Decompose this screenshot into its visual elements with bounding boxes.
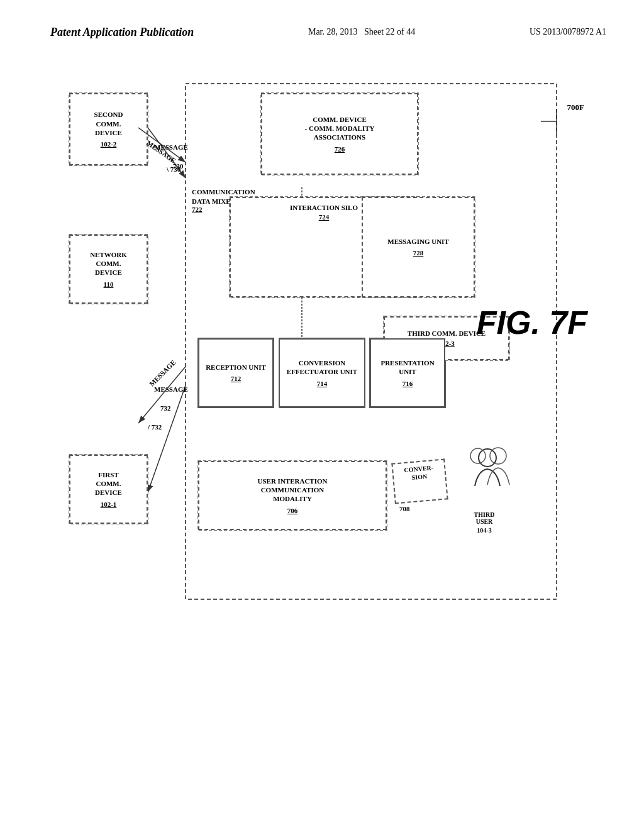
messaging-unit-ref: 728 xyxy=(413,248,424,257)
user-interaction-modality-box: USER INTERACTIONCOMMUNICATIONMODALITY 70… xyxy=(198,461,387,530)
svg-point-20 xyxy=(490,448,506,464)
first-comm-device-label: FIRSTCOMM.DEVICE xyxy=(95,470,122,497)
messaging-unit-box: MESSAGING UNIT 728 xyxy=(362,197,475,297)
presentation-unit-box: PRESENTATIONUNIT 716 xyxy=(370,338,445,407)
conversion-ref-text: 708 xyxy=(399,505,410,512)
ref-732-num: / 732 xyxy=(148,423,162,431)
first-comm-device-ref: 102-1 xyxy=(101,500,117,509)
first-comm-device-box: FIRSTCOMM.DEVICE 102-1 xyxy=(69,455,148,524)
header-right: US 2013/0078972 A1 xyxy=(530,25,606,39)
page: Patent Application Publication Mar. 28, … xyxy=(0,0,644,830)
fig-number-label: 700F xyxy=(567,102,584,113)
user-interaction-modality-ref: 706 xyxy=(287,506,298,515)
reception-unit-label: RECEPTION UNIT xyxy=(206,363,266,372)
network-comm-device-ref: 110 xyxy=(104,280,114,289)
reception-unit-box: RECEPTION UNIT 712 xyxy=(198,338,274,407)
fig-label: FIG. 7F xyxy=(477,304,587,341)
conversion-effectuator-box: CONVERSIONEFFECTUATOR UNIT 714 xyxy=(279,338,365,407)
second-comm-device-label: SECONDCOMM.DEVICE xyxy=(94,110,123,137)
conversion-label: CONVER-SION xyxy=(404,464,433,481)
third-user-ref: 104-3 xyxy=(456,527,513,534)
publication-title: Patent Application Publication xyxy=(50,26,194,38)
user-interaction-modality-label: USER INTERACTIONCOMMUNICATIONMODALITY xyxy=(258,477,328,504)
third-user-icon xyxy=(465,442,516,511)
messaging-unit-label: MESSAGING UNIT xyxy=(387,237,449,246)
comm-device-modality-label: COMM. DEVICE- COMM. MODALITYASSOCIATIONS xyxy=(305,115,375,142)
patent-number: US 2013/0078972 A1 xyxy=(530,27,606,36)
comm-device-modality-ref: 726 xyxy=(335,145,345,153)
network-comm-device-label: NETWORKCOMM.DEVICE xyxy=(90,250,127,277)
svg-point-19 xyxy=(479,449,496,467)
header-left: Patent Application Publication xyxy=(50,25,194,40)
fig-number-text: 700F xyxy=(567,102,584,112)
svg-point-21 xyxy=(470,448,486,463)
presentation-unit-ref: 716 xyxy=(402,379,413,388)
conversion-effectuator-label: CONVERSIONEFFECTUATOR UNIT xyxy=(287,358,357,377)
diagram-area: SECONDCOMM.DEVICE 102-2 MESSAGE 730 NETW… xyxy=(50,52,606,794)
third-comm-device-label: THIRD COMM. DEVICE xyxy=(408,329,486,338)
ref-730-num: \ 730 xyxy=(167,165,180,173)
conversion-ref: 708 xyxy=(399,505,410,512)
reception-unit-ref: 712 xyxy=(231,374,242,383)
third-user-label: THIRDUSER xyxy=(456,511,513,525)
interaction-silo-label: INTERACTION SILO xyxy=(290,203,358,212)
date-sheet: Mar. 28, 2013 Sheet 22 of 44 xyxy=(308,27,415,36)
presentation-unit-label: PRESENTATIONUNIT xyxy=(380,358,434,377)
second-comm-device-box: SECONDCOMM.DEVICE 102-2 xyxy=(69,93,148,165)
interaction-silo-ref: 724 xyxy=(319,213,330,221)
header: Patent Application Publication Mar. 28, … xyxy=(50,25,606,40)
fig-label-text: FIG. 7F xyxy=(477,304,587,341)
conversion-box: CONVER-SION xyxy=(391,459,448,504)
network-comm-device-box: NETWORKCOMM.DEVICE 110 xyxy=(69,235,148,304)
header-center: Mar. 28, 2013 Sheet 22 of 44 xyxy=(308,25,415,39)
conversion-effectuator-ref: 714 xyxy=(317,379,328,388)
comm-device-modality-box: COMM. DEVICE- COMM. MODALITYASSOCIATIONS… xyxy=(261,93,418,175)
second-comm-device-ref: 102-2 xyxy=(101,140,117,148)
